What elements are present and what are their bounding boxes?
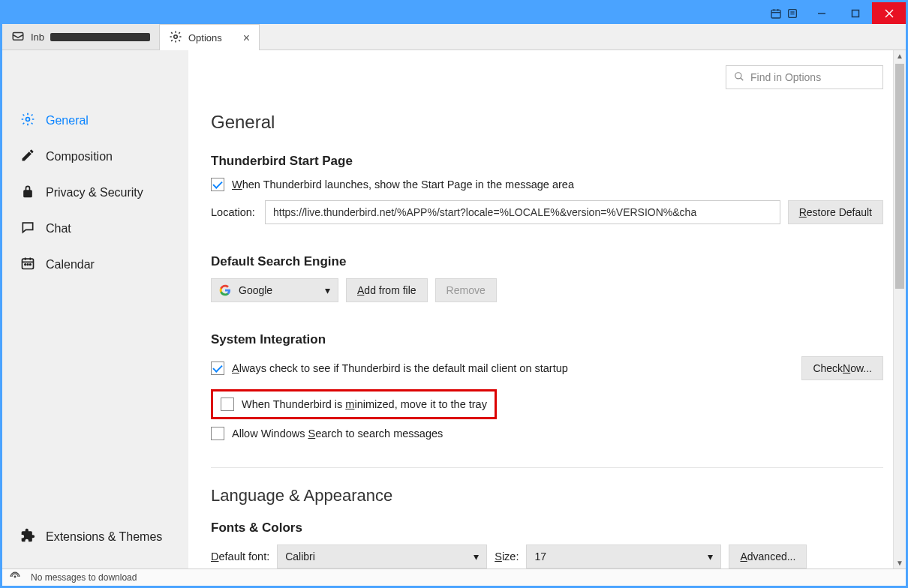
section-system-integration: System Integration — [211, 332, 883, 347]
sidebar-item-chat[interactable]: Chat — [2, 211, 188, 247]
google-icon — [219, 284, 231, 296]
label-minimize-tray: When Thunderbird is minimized, move it t… — [242, 398, 487, 410]
sidebar-label: General — [46, 114, 89, 128]
default-font-select[interactable]: Calibri▾ — [277, 544, 487, 568]
checkbox-default-client[interactable] — [211, 362, 224, 375]
statusbar: No messages to download — [2, 568, 906, 586]
remove-button: Remove — [435, 278, 497, 302]
svg-point-21 — [735, 72, 741, 78]
restore-default-button[interactable]: Restore Default — [788, 200, 883, 224]
chevron-down-icon: ▾ — [325, 284, 330, 296]
scroll-up-icon[interactable]: ▲ — [894, 52, 906, 60]
svg-point-20 — [30, 264, 32, 266]
tab-inbox-label: Inb — [31, 32, 44, 43]
tab-inbox[interactable]: Inb — [2, 24, 160, 50]
app-window: Inb Options × General Composition Privac… — [0, 0, 908, 588]
sidebar-item-composition[interactable]: Composition — [2, 139, 188, 175]
svg-point-13 — [26, 118, 30, 122]
tab-strip: Inb Options × — [2, 24, 906, 50]
lock-icon — [20, 184, 35, 202]
svg-rect-0 — [771, 10, 780, 18]
statusbar-message: No messages to download — [31, 572, 137, 583]
tab-options-label: Options — [188, 32, 222, 44]
tab-close-icon[interactable]: × — [243, 32, 250, 45]
tasks-icon[interactable] — [786, 8, 798, 20]
titlebar-toolbar-icons — [770, 2, 804, 24]
location-label: Location: — [211, 206, 257, 218]
sidebar-label: Extensions & Themes — [46, 530, 162, 544]
gear-icon — [169, 30, 182, 46]
divider — [211, 467, 883, 468]
section-language: Language & Appearance — [211, 486, 883, 506]
checkbox-windows-search[interactable] — [211, 427, 224, 440]
close-button[interactable] — [872, 2, 906, 24]
chevron-down-icon: ▾ — [708, 550, 713, 562]
calendar-icon[interactable] — [770, 8, 782, 20]
sidebar-label: Privacy & Security — [46, 186, 143, 200]
advanced-button[interactable]: Advanced... — [729, 544, 807, 568]
font-size-select[interactable]: 17▾ — [526, 544, 721, 568]
maximize-button[interactable] — [838, 2, 872, 24]
label-windows-search: Allow Windows Search to search messages — [232, 428, 443, 440]
search-engine-select[interactable]: Google ▾ — [211, 278, 338, 302]
options-main: Find in Options General Thunderbird Star… — [188, 50, 906, 568]
scrollbar-thumb[interactable] — [895, 64, 904, 289]
label-show-start-page: When Thunderbird launches, show the Star… — [232, 178, 574, 190]
svg-rect-8 — [852, 10, 858, 16]
chat-icon — [20, 220, 35, 238]
sidebar-label: Composition — [46, 150, 113, 164]
sidebar-label: Calendar — [46, 258, 95, 272]
titlebar — [2, 2, 906, 24]
sidebar-label: Chat — [46, 222, 71, 236]
svg-point-23 — [14, 576, 16, 578]
sidebar-item-calendar[interactable]: Calendar — [2, 247, 188, 283]
search-icon — [734, 71, 744, 84]
pencil-icon — [20, 148, 35, 166]
gear-icon — [20, 112, 35, 130]
default-font-label: Default font: — [211, 550, 269, 562]
redacted-text — [50, 33, 150, 41]
size-label: Size: — [495, 550, 519, 562]
body-area: General Composition Privacy & Security C… — [2, 50, 906, 568]
svg-point-18 — [25, 264, 26, 266]
tab-options[interactable]: Options × — [160, 24, 260, 51]
scroll-down-icon[interactable]: ▼ — [894, 559, 906, 567]
section-search-engine: Default Search Engine — [211, 254, 883, 269]
svg-point-19 — [27, 264, 29, 266]
checkbox-show-start-page[interactable] — [211, 178, 224, 191]
checkbox-minimize-tray[interactable] — [221, 398, 234, 411]
sidebar-item-privacy[interactable]: Privacy & Security — [2, 175, 188, 211]
sidebar-item-extensions[interactable]: Extensions & Themes — [2, 519, 188, 555]
label-default-client: Always check to see if Thunderbird is th… — [232, 362, 568, 374]
minimize-button[interactable] — [804, 2, 838, 24]
page-title: General — [211, 112, 883, 133]
section-start-page: Thunderbird Start Page — [211, 154, 883, 169]
svg-point-12 — [174, 35, 178, 39]
location-input[interactable]: https://live.thunderbird.net/%APP%/start… — [265, 200, 780, 224]
check-now-button[interactable]: Check Now... — [801, 356, 883, 380]
chevron-down-icon: ▾ — [474, 550, 479, 562]
options-sidebar: General Composition Privacy & Security C… — [2, 50, 188, 568]
sidebar-item-general[interactable]: General — [2, 103, 188, 139]
svg-line-22 — [741, 77, 744, 80]
search-placeholder: Find in Options — [750, 71, 821, 83]
add-from-file-button[interactable]: Add from file — [346, 278, 428, 302]
puzzle-icon — [20, 528, 35, 546]
window-controls — [804, 2, 906, 24]
activity-icon — [10, 572, 20, 584]
highlighted-option: When Thunderbird is minimized, move it t… — [211, 389, 497, 419]
calendar-icon — [20, 256, 35, 274]
vertical-scrollbar[interactable]: ▲ ▼ — [893, 50, 906, 568]
inbox-icon — [11, 29, 25, 45]
section-fonts: Fonts & Colors — [211, 520, 883, 536]
search-input[interactable]: Find in Options — [726, 65, 883, 89]
